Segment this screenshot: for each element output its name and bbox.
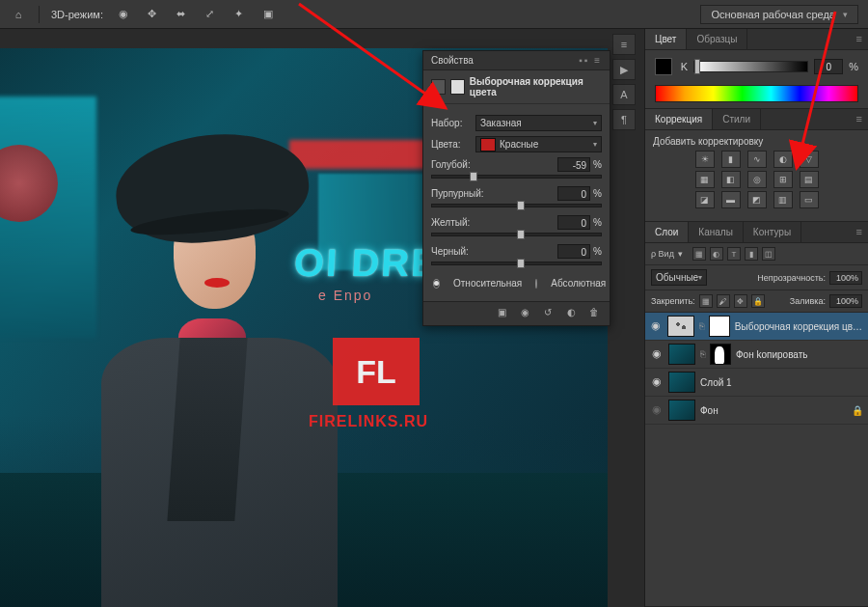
right-panel-column: Цвет Образцы ≡ K 0 % Коррекция Стили ≡ Д… <box>644 29 868 607</box>
layer-row[interactable]: ◉ Фон 🔒 <box>645 397 868 425</box>
lock-all-icon[interactable]: 🔒 <box>751 294 765 308</box>
add-adjustment-label: Добавить корректировку <box>653 136 860 147</box>
adj-invert-icon[interactable]: ◪ <box>695 191 715 208</box>
slider-thumb[interactable] <box>470 172 477 181</box>
layer-row[interactable]: ◉ ⎘ Фон kопировать <box>645 341 868 369</box>
slider-track[interactable] <box>431 175 602 179</box>
reset-icon[interactable]: ↺ <box>540 307 556 320</box>
adj-hue-icon[interactable]: ▦ <box>695 171 715 188</box>
opacity-input[interactable]: 100% <box>829 271 862 285</box>
adj-curves-icon[interactable]: ∿ <box>747 151 767 168</box>
pan-icon[interactable]: ✥ <box>144 6 161 23</box>
toggle-visibility-icon[interactable]: ◐ <box>563 307 579 320</box>
watermark-logo: FL <box>333 338 420 405</box>
visibility-icon[interactable]: ◉ <box>650 319 663 333</box>
k-slider[interactable] <box>693 61 808 72</box>
view-previous-icon[interactable]: ◉ <box>517 307 532 320</box>
filter-adjust-icon[interactable]: ◐ <box>710 247 723 261</box>
clip-to-layer-icon[interactable]: ▣ <box>494 307 509 320</box>
home-icon[interactable]: ⌂ <box>10 6 27 23</box>
fill-label: Заливка: <box>790 296 826 306</box>
adj-gradient-map-icon[interactable]: ▭ <box>800 191 819 208</box>
adj-color-lookup-icon[interactable]: ▤ <box>800 171 819 188</box>
visibility-icon[interactable]: ◉ <box>650 375 664 389</box>
adj-selective-color-icon[interactable]: ▥ <box>773 191 793 208</box>
foreground-color-swatch[interactable] <box>655 58 672 75</box>
blend-mode-select[interactable]: Обычные <box>651 269 707 286</box>
slider-track[interactable] <box>431 233 602 236</box>
adj-threshold-icon[interactable]: ◩ <box>747 191 767 208</box>
opacity-label: Непрозрачность: <box>757 273 826 283</box>
adj-bw-icon[interactable]: ◧ <box>721 171 741 188</box>
layer-row[interactable]: ◉ ⎘ Выборочная коррекция цвета 1 <box>645 313 868 341</box>
light-icon[interactable]: ✦ <box>231 6 248 23</box>
preset-select[interactable]: Заказная <box>475 115 602 131</box>
slider-thumb[interactable] <box>517 230 525 239</box>
vtab-history-icon[interactable]: ≡ <box>612 34 636 55</box>
visibility-icon[interactable]: ◉ <box>650 403 664 417</box>
vtab-actions-icon[interactable]: ▶ <box>612 59 636 80</box>
color-swatch-icon <box>480 138 496 152</box>
orbit-icon[interactable]: ◉ <box>115 6 132 23</box>
slider-value-input[interactable]: 0 <box>557 215 590 230</box>
tab-layers[interactable]: Слои <box>645 222 689 242</box>
tab-styles[interactable]: Стили <box>713 109 761 129</box>
panel-menu-icon[interactable]: ≡ <box>851 109 868 129</box>
adj-posterize-icon[interactable]: ▬ <box>721 191 741 208</box>
fill-input[interactable]: 100% <box>829 294 862 308</box>
camera-icon[interactable]: ▣ <box>259 6 277 23</box>
adj-vibrance-icon[interactable]: ▽ <box>800 151 819 168</box>
color-spectrum[interactable] <box>655 85 858 102</box>
layer-thumb-icon[interactable] <box>667 316 694 337</box>
radio-absolute[interactable] <box>535 279 537 289</box>
tab-adjustments[interactable]: Коррекция <box>645 109 713 129</box>
slider-track[interactable] <box>431 204 602 207</box>
colors-select[interactable]: Красные <box>475 136 602 152</box>
adj-levels-icon[interactable]: ▮ <box>721 151 741 168</box>
lock-pixels-icon[interactable]: 🖌 <box>717 294 730 308</box>
vtab-para-icon[interactable]: ¶ <box>612 109 636 130</box>
k-value-input[interactable]: 0 <box>814 59 843 74</box>
panel-menu-icon[interactable]: ≡ <box>851 222 868 242</box>
workspace-selector[interactable]: Основная рабочая среда <box>700 5 858 24</box>
vtab-char-icon[interactable]: A <box>612 84 636 105</box>
layer-thumb-icon[interactable] <box>668 372 695 393</box>
layer-name: Фон kопировать <box>736 349 807 360</box>
slider-track[interactable] <box>431 262 602 265</box>
slider-value-input[interactable]: 0 <box>557 244 590 259</box>
filter-type-icon[interactable]: T <box>727 247 741 261</box>
slider-value-input[interactable]: -59 <box>557 157 590 172</box>
layer-mask-icon[interactable] <box>709 316 730 337</box>
mask-type-icon <box>450 79 465 95</box>
adj-exposure-icon[interactable]: ◐ <box>773 151 793 168</box>
mode-3d-label: 3D-режим: <box>51 9 103 20</box>
slider-label: Желтый: <box>431 217 470 228</box>
delete-adjustment-icon[interactable]: 🗑 <box>586 307 602 320</box>
tab-paths[interactable]: Контуры <box>744 222 801 242</box>
lock-position-icon[interactable]: ✥ <box>734 294 747 308</box>
tab-swatches[interactable]: Образцы <box>687 29 747 49</box>
layer-row[interactable]: ◉ Слой 1 <box>645 369 868 397</box>
panel-menu-icon[interactable]: ▪▪ ≡ <box>579 55 602 66</box>
filter-smart-icon[interactable]: ◫ <box>762 247 775 261</box>
adj-brightness-icon[interactable]: ☀ <box>695 151 715 168</box>
layer-thumb-icon[interactable] <box>668 400 695 421</box>
tab-channels[interactable]: Каналы <box>689 222 744 242</box>
filter-pixel-icon[interactable]: ▦ <box>692 247 706 261</box>
layer-filter-kind[interactable]: ρ Вид▾ <box>651 249 683 259</box>
slider-thumb[interactable] <box>517 259 525 268</box>
tab-color[interactable]: Цвет <box>645 29 687 49</box>
adj-channel-mixer-icon[interactable]: ⊞ <box>773 171 793 188</box>
adj-photo-filter-icon[interactable]: ◎ <box>747 171 767 188</box>
lock-transparent-icon[interactable]: ▦ <box>699 294 713 308</box>
filter-shape-icon[interactable]: ▮ <box>745 247 758 261</box>
scale-icon[interactable]: ⤢ <box>202 6 219 23</box>
slider-value-input[interactable]: 0 <box>557 186 590 201</box>
layer-thumb-icon[interactable] <box>668 344 695 365</box>
layer-mask-icon[interactable] <box>710 344 731 365</box>
panel-menu-icon[interactable]: ≡ <box>851 29 868 49</box>
move-icon[interactable]: ⬌ <box>173 6 190 23</box>
radio-relative[interactable] <box>433 279 440 289</box>
visibility-icon[interactable]: ◉ <box>650 347 664 361</box>
slider-thumb[interactable] <box>517 201 525 210</box>
